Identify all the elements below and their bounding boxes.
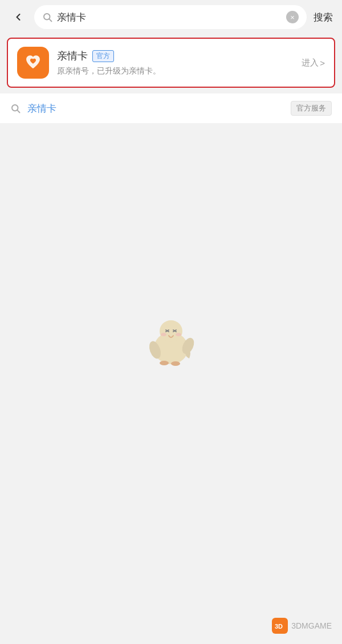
- empty-area: [0, 123, 342, 522]
- svg-point-7: [176, 333, 181, 336]
- search-button[interactable]: 搜索: [314, 11, 333, 24]
- result-text: 亲情卡: [27, 102, 284, 115]
- svg-line-1: [49, 19, 51, 21]
- result-row[interactable]: 亲情卡 官方服务: [0, 93, 342, 123]
- official-badge: 官方: [92, 50, 114, 62]
- official-service-badge: 官方服务: [291, 101, 332, 116]
- featured-card[interactable]: 亲情卡 官方 原亲情号，已升级为亲情卡。 进入 >: [7, 38, 335, 88]
- search-input[interactable]: 亲情卡: [57, 11, 282, 24]
- svg-point-6: [161, 333, 166, 336]
- svg-point-15: [171, 361, 180, 366]
- watermark: 3D 3DMGAME: [272, 618, 332, 634]
- back-button[interactable]: [9, 8, 27, 26]
- search-icon: [42, 12, 52, 22]
- watermark-icon: 3D: [272, 618, 288, 634]
- svg-point-14: [160, 361, 169, 365]
- app-info: 亲情卡 官方 原亲情号，已升级为亲情卡。: [57, 49, 294, 76]
- app-description: 原亲情号，已升级为亲情卡。: [57, 66, 294, 76]
- svg-text:3D: 3D: [275, 623, 283, 630]
- search-results: 亲情卡 官方服务: [0, 93, 342, 123]
- enter-button[interactable]: 进入 >: [302, 58, 325, 68]
- watermark-text: 3DMGAME: [291, 621, 332, 630]
- svg-point-5: [160, 320, 182, 342]
- enter-label: 进入: [302, 58, 319, 68]
- app-title-row: 亲情卡 官方: [57, 49, 294, 63]
- result-search-icon: [10, 103, 21, 113]
- search-bar: 亲情卡 ×: [34, 5, 307, 29]
- app-name: 亲情卡: [57, 49, 88, 63]
- app-icon: [17, 47, 49, 79]
- clear-button[interactable]: ×: [286, 11, 299, 23]
- header: 亲情卡 × 搜索: [0, 0, 342, 34]
- chevron-icon: >: [320, 58, 325, 68]
- mascot: [142, 307, 199, 372]
- svg-line-3: [17, 110, 19, 112]
